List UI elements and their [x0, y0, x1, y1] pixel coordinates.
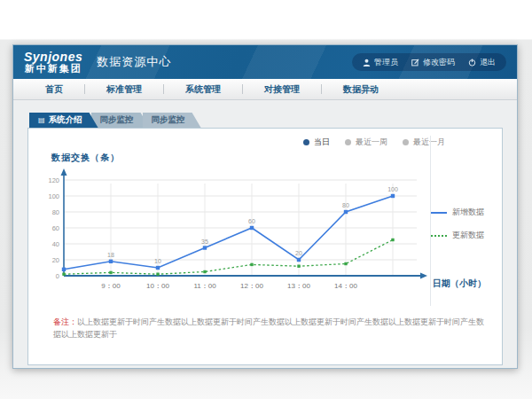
content-area: ▤ 系统介绍 同步监控 同步监控 当日 最近一周	[13, 100, 517, 368]
tab-sync-monitor-2[interactable]: 同步监控	[143, 113, 201, 128]
nav-item-data-change[interactable]: 数据异动	[322, 83, 400, 96]
range-option-today[interactable]: 当日	[303, 137, 330, 148]
radio-dot-icon	[345, 139, 351, 145]
note-prefix: 备注：	[53, 317, 77, 326]
range-option-last-week[interactable]: 最近一周	[345, 137, 387, 148]
svg-text:9：00: 9：00	[101, 282, 121, 290]
svg-text:35: 35	[201, 239, 208, 245]
logout-button[interactable]: 退出	[468, 57, 496, 68]
tab-bar: ▤ 系统介绍 同步监控 同步监控	[29, 113, 503, 128]
svg-text:10: 10	[154, 258, 161, 264]
svg-text:40: 40	[52, 240, 59, 248]
svg-text:80: 80	[52, 208, 59, 216]
legend-label: 新增数据	[452, 207, 484, 218]
range-option-last-month[interactable]: 最近一月	[403, 137, 445, 148]
nav-item-interface-mgmt[interactable]: 对接管理	[243, 83, 321, 96]
radio-dot-icon	[303, 139, 309, 145]
svg-text:18: 18	[107, 252, 114, 258]
user-name-button[interactable]: 管理员	[363, 57, 398, 68]
svg-text:13：00: 13：00	[287, 282, 310, 290]
svg-text:20: 20	[52, 256, 59, 264]
power-icon	[468, 59, 476, 66]
tab-label: 同步监控	[152, 114, 185, 126]
range-option-label: 最近一月	[413, 137, 445, 148]
svg-text:60: 60	[52, 224, 59, 232]
legend-label: 更新数据	[452, 230, 484, 241]
y-axis-title: 数据交换（条）	[51, 152, 120, 164]
svg-text:120: 120	[48, 176, 59, 184]
main-nav: 首页 标准管理 系统管理 对接管理 数据异动	[13, 79, 517, 100]
svg-text:11：00: 11：00	[193, 282, 216, 290]
app-title: 数据资源中心	[97, 54, 171, 70]
svg-text:10：00: 10：00	[146, 282, 169, 290]
nav-item-standard-mgmt[interactable]: 标准管理	[85, 83, 163, 96]
svg-text:20: 20	[295, 250, 302, 256]
dotted-line-swatch-icon	[431, 235, 447, 237]
time-range-selector: 当日 最近一周 最近一月	[303, 137, 445, 148]
legend-item-new-data[interactable]: 新增数据	[431, 207, 495, 218]
range-option-label: 当日	[314, 137, 330, 148]
svg-text:12：00: 12：00	[240, 282, 263, 290]
app-window: Synjones 新中新集团 数据资源中心 管理员 修改密码 退出 首页 标准管…	[12, 44, 518, 369]
document-icon: ▤	[38, 117, 45, 124]
x-axis-title: 日期（小时）	[433, 278, 486, 290]
footer-note: 备注：以上数据更新于时间产生数据以上数据更新于时间产生数据以上数据更新于时间产生…	[53, 317, 486, 340]
note-text: 以上数据更新于时间产生数据以上数据更新于时间产生数据以上数据更新于时间产生数据以…	[53, 317, 484, 339]
change-password-label: 修改密码	[423, 57, 455, 68]
change-password-button[interactable]: 修改密码	[411, 57, 455, 68]
svg-text:100: 100	[48, 192, 59, 200]
nav-item-home[interactable]: 首页	[24, 83, 84, 96]
legend-item-updated-data[interactable]: 更新数据	[431, 230, 495, 241]
radio-dot-icon	[403, 139, 409, 145]
chart-panel: 当日 最近一周 最近一月 数据交换（条） 0204060801001209：00…	[27, 128, 503, 365]
svg-text:100: 100	[387, 186, 398, 192]
user-icon	[363, 59, 371, 66]
nav-item-system-mgmt[interactable]: 系统管理	[164, 83, 242, 96]
tab-sync-monitor-1[interactable]: 同步监控	[91, 113, 150, 128]
logout-label: 退出	[480, 57, 496, 68]
series-legend: 新增数据 更新数据	[431, 207, 495, 241]
edit-icon	[411, 59, 419, 66]
svg-text:14：00: 14：00	[334, 282, 357, 290]
app-header: Synjones 新中新集团 数据资源中心 管理员 修改密码 退出	[13, 45, 517, 79]
logo-text-en: Synjones	[24, 51, 82, 64]
solid-line-swatch-icon	[431, 212, 447, 214]
svg-text:0: 0	[56, 272, 59, 280]
svg-text:60: 60	[248, 218, 255, 224]
logo: Synjones 新中新集团	[24, 51, 82, 74]
line-chart: 0204060801001209：0010：0011：0012：0013：001…	[43, 168, 429, 308]
svg-text:80: 80	[342, 202, 349, 208]
tab-system-intro[interactable]: ▤ 系统介绍	[29, 113, 98, 128]
tab-label: 系统介绍	[49, 114, 82, 126]
tab-label: 同步监控	[100, 114, 134, 126]
user-menu: 管理员 修改密码 退出	[352, 53, 506, 71]
range-option-label: 最近一周	[356, 137, 387, 148]
logo-text-cn: 新中新集团	[24, 64, 82, 74]
user-name-label: 管理员	[374, 57, 398, 68]
